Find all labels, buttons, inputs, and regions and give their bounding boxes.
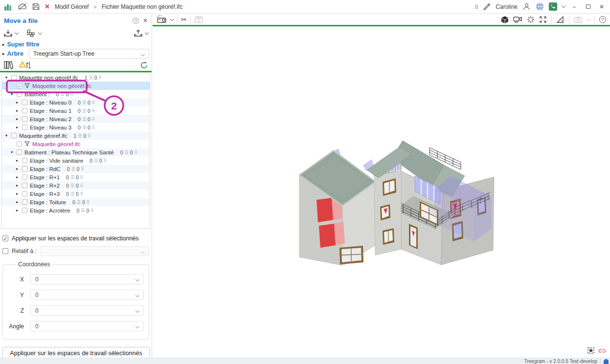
- tree-template-dropdown[interactable]: Treegram Start-up Tree: [29, 49, 149, 59]
- tree-item-label[interactable]: Etage : Niveau 3: [30, 125, 71, 130]
- tree-checkbox[interactable]: [22, 108, 27, 113]
- tree-item-label[interactable]: Batiment : Plateau Technique Santé: [24, 150, 114, 155]
- tree-checkbox[interactable]: [11, 75, 17, 80]
- tree-checkbox[interactable]: [22, 191, 27, 196]
- tree-checkbox[interactable]: [22, 158, 27, 163]
- tree-row[interactable]: ▸Etage : Niveau 30☰0⠿: [2, 123, 150, 131]
- tree-checkbox[interactable]: [22, 174, 27, 180]
- cloud-offline-icon[interactable]: [18, 3, 27, 10]
- projector-icon[interactable]: [157, 15, 167, 24]
- relatif-dropdown[interactable]: [40, 246, 149, 256]
- arbre-expander-icon[interactable]: ▸: [2, 51, 5, 56]
- tree-checkbox[interactable]: [22, 199, 27, 205]
- tree-row[interactable]: ▸Etage : Acrotère0☰0⠿: [2, 206, 150, 214]
- minimize-button[interactable]: –: [570, 3, 579, 10]
- tree-checkbox[interactable]: ✓: [17, 83, 22, 88]
- tree-expander-icon[interactable]: ▸: [15, 192, 20, 196]
- coordinate-input-angle[interactable]: 0: [30, 321, 144, 331]
- super-filtre-section[interactable]: ▸ Super filtre: [0, 40, 152, 48]
- export-options-chevron-icon[interactable]: [145, 31, 149, 35]
- tree-checkbox[interactable]: [22, 166, 27, 171]
- tree-expander-icon[interactable]: ▾: [9, 150, 14, 154]
- tree-row[interactable]: ▸Etage : RdC0☰0⠿: [2, 165, 150, 173]
- tree-row[interactable]: ✓Maquette non géoréf.ifc: [2, 82, 150, 90]
- tree-expander-icon[interactable]: ▾: [4, 133, 9, 138]
- tree-checkbox[interactable]: [22, 208, 27, 213]
- relatif-checkbox[interactable]: [2, 248, 8, 254]
- tree-row[interactable]: ▸Etage : Vide sanitaire0☰0⠿: [2, 156, 150, 165]
- user-avatar-icon[interactable]: [522, 2, 531, 11]
- tree-row[interactable]: ▸Etage : Niveau 20☰0⠿: [2, 115, 150, 123]
- tree-item-label[interactable]: Etage : R+2: [30, 183, 60, 189]
- panel-close-icon[interactable]: ✕: [143, 17, 148, 24]
- tree-expander-icon[interactable]: ▸: [15, 200, 20, 204]
- refresh-icon[interactable]: [140, 61, 148, 69]
- import-file-icon[interactable]: [3, 29, 13, 38]
- tree-checkbox[interactable]: [22, 125, 27, 130]
- tree-row[interactable]: ▾Batiment :0☰0⠿: [2, 90, 150, 98]
- tree-item-label[interactable]: Etage : Acrotère: [30, 208, 70, 214]
- globe-status-icon[interactable]: [536, 2, 544, 11]
- filter-warning-icon[interactable]: [19, 61, 32, 69]
- tree-item-label[interactable]: Etage : Niveau 1: [30, 108, 71, 114]
- tree-row[interactable]: ▸Etage : R+10☰0⠿: [2, 173, 150, 181]
- tree-checkbox[interactable]: [17, 91, 22, 97]
- tree-expander-icon[interactable]: ▸: [15, 158, 20, 163]
- pen-sign-icon[interactable]: [483, 3, 491, 10]
- tree-expander-icon[interactable]: ▾: [9, 92, 14, 96]
- tree-row[interactable]: ▾Maquette géoref.ifc1☰0⠿: [2, 131, 150, 140]
- tree-item-label[interactable]: Etage : R+1: [30, 174, 60, 180]
- tree-checkbox[interactable]: [22, 100, 27, 105]
- tree-item-label[interactable]: Etage : RdC: [30, 166, 61, 172]
- import-model-chevron-icon[interactable]: [38, 31, 42, 35]
- tree-item-label[interactable]: Maquette non géoréf.ifc: [32, 83, 91, 89]
- super-filtre-label[interactable]: Super filtre: [7, 41, 40, 48]
- tree-checkbox[interactable]: [17, 141, 22, 147]
- maximize-button[interactable]: [584, 3, 592, 10]
- tree-item-label[interactable]: Batiment :: [24, 91, 50, 97]
- close-file-icon[interactable]: ✕: [45, 3, 50, 10]
- measure-icon[interactable]: [556, 16, 565, 23]
- building-model[interactable]: [289, 127, 499, 269]
- coordinate-input-x[interactable]: 0: [30, 274, 144, 284]
- center-view-icon[interactable]: [527, 16, 535, 23]
- coordinate-input-z[interactable]: 0: [30, 305, 144, 316]
- tree-expander-icon[interactable]: ▸: [15, 208, 20, 213]
- tree-expander-icon[interactable]: ▸: [15, 183, 20, 188]
- tree-row[interactable]: ▾Maquette non géoréf.ifc1☰0⠿: [2, 73, 150, 82]
- super-filtre-expander-icon[interactable]: ▸: [2, 42, 5, 47]
- tree-row[interactable]: ▸Etage : Niveau 10☰0⠿: [2, 107, 150, 115]
- tree-expander-icon[interactable]: ▸: [15, 108, 20, 113]
- tree-checkbox[interactable]: [22, 183, 27, 188]
- tree-expander-icon[interactable]: ▸: [15, 117, 20, 121]
- tree-row[interactable]: ▸Etage : Niveau 00☰0⠿: [2, 98, 150, 107]
- cube-icon[interactable]: [501, 16, 509, 24]
- tree-checkbox[interactable]: [17, 150, 22, 155]
- tree-expander-icon[interactable]: ▸: [15, 175, 20, 179]
- arbre-label[interactable]: Arbre: [7, 50, 23, 57]
- export-file-icon[interactable]: [134, 29, 143, 38]
- coordinate-input-y[interactable]: 0: [30, 290, 144, 300]
- tree-expander-icon[interactable]: ▸: [15, 125, 20, 129]
- save-icon[interactable]: [32, 3, 40, 10]
- tree-expander-icon[interactable]: ▾: [4, 75, 9, 80]
- import-options-chevron-icon[interactable]: [15, 31, 19, 35]
- tree-item-label[interactable]: Etage : Toiture: [30, 199, 66, 205]
- import-model-icon[interactable]: [26, 29, 36, 38]
- tree-checkbox[interactable]: [22, 116, 27, 122]
- tree-expander-icon[interactable]: ▸: [15, 167, 20, 171]
- unlink-icon[interactable]: [598, 348, 606, 354]
- tree-row[interactable]: ▾Batiment : Plateau Technique Santé0☰0⠿: [2, 148, 150, 156]
- tree-item-label[interactable]: Maquette géoref.ifc: [32, 141, 80, 147]
- tree-item-label[interactable]: Etage : Vide sanitaire: [30, 158, 83, 164]
- tree-item-label[interactable]: Etage : R+3: [30, 191, 60, 197]
- cut-icon[interactable]: ✂: [181, 16, 187, 23]
- library-icon[interactable]: [3, 61, 13, 69]
- fit-view-icon[interactable]: [539, 16, 547, 23]
- connection-badge-icon[interactable]: [549, 2, 557, 11]
- tree-item-label[interactable]: Maquette géoref.ifc: [19, 133, 67, 139]
- selection-frame-icon[interactable]: [587, 347, 594, 354]
- projector-chevron-icon[interactable]: [170, 17, 174, 21]
- close-window-button[interactable]: ✕: [597, 3, 606, 10]
- panel-help-icon[interactable]: ?: [133, 18, 139, 24]
